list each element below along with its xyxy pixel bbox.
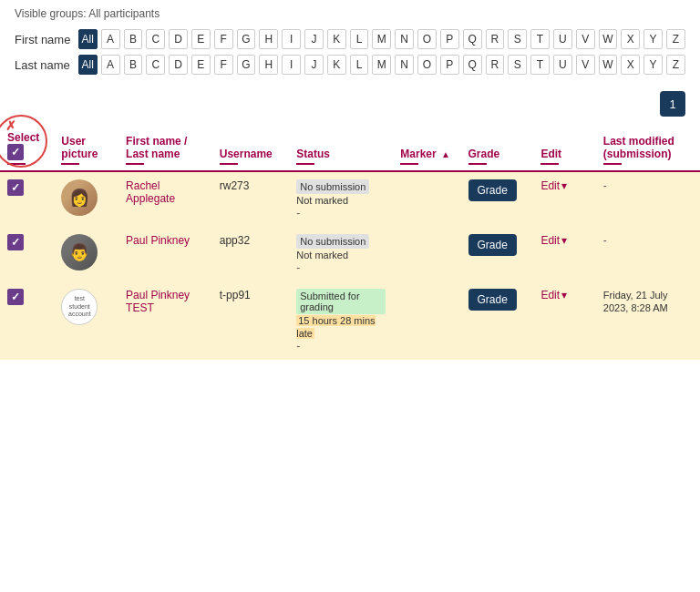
first-name-g[interactable]: G (237, 29, 256, 49)
first-name-filter-row: First name All A B C D E F G H I J K L M… (15, 29, 685, 49)
last-name-k[interactable]: K (327, 55, 346, 75)
row2-edit-link[interactable]: Edit ▾ (540, 234, 588, 247)
row1-student-name[interactable]: Rachel Applegate (126, 179, 175, 205)
last-name-y[interactable]: Y (643, 55, 663, 75)
grading-table: ✗ Select User picture First name / Last … (0, 126, 700, 360)
row3-edit-chevron-icon: ▾ (561, 289, 567, 301)
th-select: ✗ Select (0, 126, 54, 171)
page-1-button[interactable]: 1 (660, 91, 685, 117)
row1-edit-link[interactable]: Edit ▾ (540, 179, 588, 192)
last-name-filter-row: Last name All A B C D E F G H I J K L M … (15, 55, 685, 75)
row2-lastmod-cell: - (596, 227, 700, 281)
row3-status-submitted: Submitted for grading (296, 289, 386, 314)
last-name-b[interactable]: B (124, 55, 143, 75)
last-name-s[interactable]: S (508, 55, 527, 75)
last-name-w[interactable]: W (599, 55, 618, 75)
first-name-i[interactable]: I (282, 29, 301, 49)
first-name-o[interactable]: O (417, 29, 437, 49)
col-marker-label: Marker (400, 148, 436, 160)
row1-grade-button[interactable]: Grade (468, 179, 517, 201)
row3-student-name[interactable]: Paul Pinkney TEST (126, 289, 190, 314)
first-name-f[interactable]: F (214, 29, 233, 49)
row1-grade-dash: - (296, 207, 300, 219)
row3-edit-cell: Edit ▾ (533, 281, 595, 360)
row1-checkbox[interactable] (7, 179, 24, 196)
first-name-all-btn[interactable]: All (78, 29, 98, 49)
row1-edit-cell: Edit ▾ (533, 171, 595, 227)
last-name-c[interactable]: C (146, 55, 165, 75)
col-name-label: First name / Last name (126, 135, 187, 160)
first-name-e[interactable]: E (191, 29, 211, 49)
last-name-l[interactable]: L (350, 55, 369, 75)
marker-sort-asc-icon: ▲ (441, 149, 450, 159)
row3-lastmod-cell: Friday, 21 July 2023, 8:28 AM (596, 281, 700, 360)
last-name-a[interactable]: A (101, 55, 120, 75)
first-name-s[interactable]: S (508, 29, 527, 49)
first-name-a[interactable]: A (101, 29, 120, 49)
last-name-d[interactable]: D (169, 55, 188, 75)
first-name-c[interactable]: C (146, 29, 165, 49)
last-name-g[interactable]: G (237, 55, 256, 75)
first-name-p[interactable]: P (440, 29, 459, 49)
first-name-label: First name (15, 33, 75, 46)
first-name-w[interactable]: W (599, 29, 618, 49)
row1-avatar: 👩 (61, 179, 98, 216)
last-name-p[interactable]: P (440, 55, 459, 75)
row2-grade-dash: - (296, 261, 300, 274)
last-name-i[interactable]: I (282, 55, 301, 75)
row3-grade-button[interactable]: Grade (468, 289, 517, 311)
row1-edit-label: Edit (540, 179, 560, 192)
row3-username: t-pp91 (220, 289, 251, 301)
row3-edit-link[interactable]: Edit ▾ (540, 289, 588, 301)
first-name-z[interactable]: Z (666, 29, 685, 49)
row2-edit-chevron-icon: ▾ (561, 234, 567, 247)
row1-grade-cell: Grade (461, 171, 534, 227)
row1-last-modified: - (603, 179, 607, 192)
th-marker[interactable]: Marker ▲ (393, 126, 460, 171)
table-row: 👩 Rachel Applegate rw273 No submission N… (0, 171, 700, 227)
last-name-h[interactable]: H (259, 55, 278, 75)
last-name-o[interactable]: O (417, 55, 437, 75)
select-all-checkbox[interactable] (7, 144, 24, 160)
last-name-x[interactable]: X (621, 55, 640, 75)
last-name-n[interactable]: N (395, 55, 414, 75)
first-name-k[interactable]: K (327, 29, 346, 49)
row2-checkbox[interactable] (7, 234, 24, 250)
row2-student-name[interactable]: Paul Pinkney (126, 234, 190, 247)
last-name-m[interactable]: M (372, 55, 391, 75)
first-name-m[interactable]: M (372, 29, 391, 49)
first-name-v[interactable]: V (576, 29, 595, 49)
first-name-x[interactable]: X (621, 29, 640, 49)
first-name-u[interactable]: U (553, 29, 572, 49)
first-name-t[interactable]: T (530, 29, 550, 49)
col-lastmod-label: Last modified (submission) (603, 135, 674, 160)
first-name-j[interactable]: J (304, 29, 324, 49)
last-name-v[interactable]: V (576, 55, 595, 75)
last-name-e[interactable]: E (191, 55, 211, 75)
th-last-modified: Last modified (submission) (596, 126, 700, 171)
row2-grade-button[interactable]: Grade (468, 234, 517, 256)
first-name-y[interactable]: Y (643, 29, 663, 49)
last-name-j[interactable]: J (304, 55, 324, 75)
first-name-n[interactable]: N (395, 29, 414, 49)
first-name-r[interactable]: R (486, 29, 505, 49)
first-name-b[interactable]: B (124, 29, 143, 49)
last-name-t[interactable]: T (530, 55, 550, 75)
row1-select-cell (0, 171, 54, 227)
last-name-z[interactable]: Z (666, 55, 685, 75)
last-name-all-btn[interactable]: All (78, 55, 98, 75)
last-name-u[interactable]: U (553, 55, 572, 75)
first-name-l[interactable]: L (350, 29, 369, 49)
first-name-q[interactable]: Q (463, 29, 482, 49)
last-name-r[interactable]: R (486, 55, 505, 75)
last-name-q[interactable]: Q (463, 55, 482, 75)
first-name-h[interactable]: H (259, 29, 278, 49)
last-name-f[interactable]: F (214, 55, 233, 75)
th-first-last-name[interactable]: First name / Last name (118, 126, 212, 171)
row3-checkbox[interactable] (7, 289, 24, 305)
visible-groups-text: Visible groups: All participants (15, 7, 160, 20)
row2-edit-cell: Edit ▾ (533, 227, 595, 281)
first-name-d[interactable]: D (169, 29, 188, 49)
col-username-label: Username (220, 148, 273, 160)
col-select-label: Select (7, 131, 39, 144)
